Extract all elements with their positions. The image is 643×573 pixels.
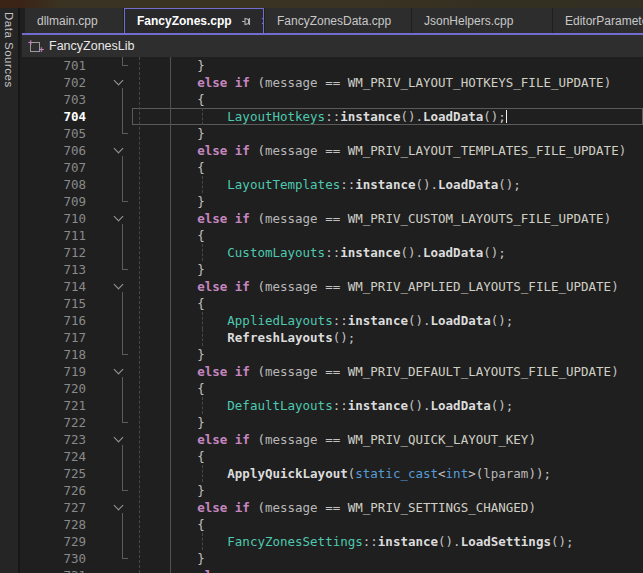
code-text[interactable]: else if (message == WM_PRIV_SETTINGS_CHA… <box>132 499 643 516</box>
code-text[interactable]: { <box>132 227 643 244</box>
line-number[interactable]: 701 <box>22 57 96 74</box>
line-number[interactable]: 716 <box>22 312 96 329</box>
code-line[interactable]: 723 else if (message == WM_PRIV_QUICK_LA… <box>22 431 643 448</box>
line-number[interactable]: 713 <box>22 261 96 278</box>
fold-chevron-down-icon[interactable] <box>114 433 124 443</box>
fold-chevron-down-icon[interactable] <box>114 501 124 511</box>
code-line[interactable]: 721 DefaultLayouts::instance().LoadData(… <box>22 397 643 414</box>
line-number[interactable]: 722 <box>22 414 96 431</box>
code-line[interactable]: 709 } <box>22 193 643 210</box>
code-line[interactable]: 729 FancyZonesSettings::instance().LoadS… <box>22 533 643 550</box>
line-number[interactable]: 725 <box>22 465 96 482</box>
tab-fancyzones-cpp[interactable]: FancyZones.cpp✕ <box>124 8 264 33</box>
code-line[interactable]: 713 } <box>22 261 643 278</box>
line-number[interactable]: 723 <box>22 431 96 448</box>
line-number[interactable]: 705 <box>22 125 96 142</box>
code-line[interactable]: 714 else if (message == WM_PRIV_APPLIED_… <box>22 278 643 295</box>
code-text[interactable]: { <box>132 380 643 397</box>
code-text[interactable]: AppliedLayouts::instance().LoadData(); <box>132 312 643 329</box>
code-line[interactable]: 706 else if (message == WM_PRIV_LAYOUT_T… <box>22 142 643 159</box>
code-editor[interactable]: 701 }702 else if (message == WM_PRIV_LAY… <box>22 57 643 573</box>
pin-icon[interactable] <box>241 16 252 27</box>
line-number[interactable]: 726 <box>22 482 96 499</box>
tab-fancyzonesdata-cpp[interactable]: FancyZonesData.cpp <box>265 8 411 33</box>
code-line[interactable]: 703 { <box>22 91 643 108</box>
code-text[interactable]: { <box>132 448 643 465</box>
code-line[interactable]: 716 AppliedLayouts::instance().LoadData(… <box>22 312 643 329</box>
code-line[interactable]: 712 CustomLayouts::instance().LoadData()… <box>22 244 643 261</box>
code-text[interactable]: } <box>132 261 643 278</box>
code-line[interactable]: 711 { <box>22 227 643 244</box>
code-text[interactable]: } <box>132 482 643 499</box>
code-text[interactable]: CustomLayouts::instance().LoadData(); <box>132 244 643 261</box>
code-text[interactable]: LayoutHotkeys::instance().LoadData(); <box>132 108 643 125</box>
code-line[interactable]: 717 RefreshLayouts(); <box>22 329 643 346</box>
code-line[interactable]: 715 { <box>22 295 643 312</box>
line-number[interactable]: 711 <box>22 227 96 244</box>
line-number[interactable]: 702 <box>22 74 96 91</box>
line-number[interactable]: 717 <box>22 329 96 346</box>
code-text[interactable]: } <box>132 193 643 210</box>
code-text[interactable]: RefreshLayouts(); <box>132 329 643 346</box>
code-line[interactable]: 726 } <box>22 482 643 499</box>
code-line[interactable]: 725 ApplyQuickLayout(static_cast<int>(lp… <box>22 465 643 482</box>
line-number[interactable]: 728 <box>22 516 96 533</box>
code-line[interactable]: 731 else <box>22 567 643 573</box>
code-text[interactable]: } <box>132 125 643 142</box>
line-number[interactable]: 712 <box>22 244 96 261</box>
line-number[interactable]: 727 <box>22 499 96 516</box>
code-line[interactable]: 718 } <box>22 346 643 363</box>
line-number[interactable]: 709 <box>22 193 96 210</box>
code-line[interactable]: 705 } <box>22 125 643 142</box>
line-number[interactable]: 706 <box>22 142 96 159</box>
line-number[interactable]: 720 <box>22 380 96 397</box>
code-text[interactable]: LayoutTemplates::instance().LoadData(); <box>132 176 643 193</box>
code-text[interactable]: } <box>132 346 643 363</box>
code-text[interactable]: { <box>132 159 643 176</box>
sidebar-tab-data-sources[interactable]: Data Sources <box>0 8 20 573</box>
code-text[interactable]: ApplyQuickLayout(static_cast<int>(lparam… <box>132 465 643 482</box>
line-number[interactable]: 715 <box>22 295 96 312</box>
line-number[interactable]: 704 <box>22 108 96 125</box>
tab-jsonhelpers-cpp[interactable]: JsonHelpers.cpp <box>412 8 552 33</box>
code-line[interactable]: 719 else if (message == WM_PRIV_DEFAULT_… <box>22 363 643 380</box>
line-number[interactable]: 721 <box>22 397 96 414</box>
code-text[interactable]: } <box>132 414 643 431</box>
line-number[interactable]: 730 <box>22 550 96 567</box>
code-line[interactable]: 708 LayoutTemplates::instance().LoadData… <box>22 176 643 193</box>
code-text[interactable]: FancyZonesSettings::instance().LoadSetti… <box>132 533 643 550</box>
code-text[interactable]: else if (message == WM_PRIV_APPLIED_LAYO… <box>132 278 643 295</box>
fold-chevron-down-icon[interactable] <box>114 365 124 375</box>
line-number[interactable]: 703 <box>22 91 96 108</box>
code-line[interactable]: 701 } <box>22 57 643 74</box>
code-text[interactable]: { <box>132 295 643 312</box>
code-text[interactable]: { <box>132 91 643 108</box>
code-text[interactable]: } <box>132 57 643 74</box>
code-line[interactable]: 722 } <box>22 414 643 431</box>
line-number[interactable]: 714 <box>22 278 96 295</box>
line-number[interactable]: 707 <box>22 159 96 176</box>
line-number[interactable]: 724 <box>22 448 96 465</box>
tab-editorparamete[interactable]: EditorParamete <box>553 8 643 33</box>
line-number[interactable]: 708 <box>22 176 96 193</box>
fold-chevron-down-icon[interactable] <box>114 144 124 154</box>
tab-dllmain-cpp[interactable]: dllmain.cpp <box>25 8 123 33</box>
code-line[interactable]: 710 else if (message == WM_PRIV_CUSTOM_L… <box>22 210 643 227</box>
code-line[interactable]: 704 LayoutHotkeys::instance().LoadData()… <box>22 108 643 125</box>
code-text[interactable]: } <box>132 550 643 567</box>
line-number[interactable]: 718 <box>22 346 96 363</box>
line-number[interactable]: 729 <box>22 533 96 550</box>
code-line[interactable]: 728 { <box>22 516 643 533</box>
code-text[interactable]: { <box>132 516 643 533</box>
code-line[interactable]: 707 { <box>22 159 643 176</box>
code-line[interactable]: 720 { <box>22 380 643 397</box>
line-number[interactable]: 731 <box>22 567 96 573</box>
code-line[interactable]: 730 } <box>22 550 643 567</box>
code-text[interactable]: else if (message == WM_PRIV_QUICK_LAYOUT… <box>132 431 643 448</box>
code-line[interactable]: 702 else if (message == WM_PRIV_LAYOUT_H… <box>22 74 643 91</box>
close-icon[interactable]: ✕ <box>261 15 264 28</box>
code-text[interactable]: else if (message == WM_PRIV_LAYOUT_TEMPL… <box>132 142 643 159</box>
code-text[interactable]: DefaultLayouts::instance().LoadData(); <box>132 397 643 414</box>
code-text[interactable]: else if (message == WM_PRIV_CUSTOM_LAYOU… <box>132 210 643 227</box>
code-text[interactable]: else <box>132 567 643 573</box>
